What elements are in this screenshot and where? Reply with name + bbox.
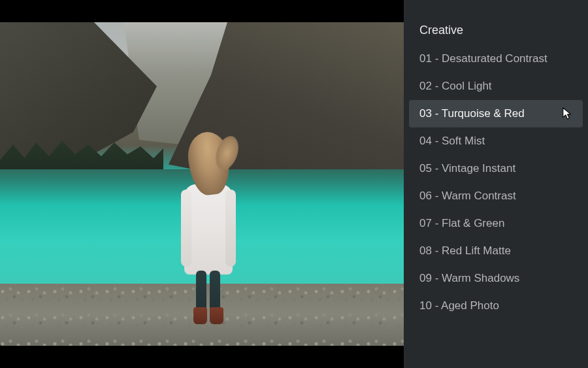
person-boots [193, 307, 223, 324]
preset-panel: Creative 01 - Desaturated Contrast 02 - … [404, 0, 588, 368]
preset-label: 03 - Turquoise & Red [419, 107, 525, 120]
preset-item-07[interactable]: 07 - Flat & Green [404, 210, 588, 237]
preset-item-09[interactable]: 09 - Warm Shadows [404, 265, 588, 292]
preset-label: 07 - Flat & Green [419, 217, 504, 229]
preset-item-10[interactable]: 10 - Aged Photo [404, 292, 588, 320]
preset-item-08[interactable]: 08 - Red Lift Matte [404, 237, 588, 265]
preset-item-03[interactable]: 03 - Turquoise & Red [409, 100, 583, 127]
preset-label: 08 - Red Lift Matte [419, 244, 511, 257]
panel-title: Creative [404, 24, 588, 45]
person-legs [196, 271, 221, 311]
preset-item-02[interactable]: 02 - Cool Light [404, 73, 588, 100]
preset-label: 06 - Warm Contrast [419, 190, 516, 202]
person-sweater [184, 184, 233, 275]
preset-item-01[interactable]: 01 - Desaturated Contrast [404, 45, 588, 73]
preset-label: 05 - Vintage Instant [419, 162, 515, 175]
photo-preview[interactable] [0, 22, 404, 346]
preset-label: 09 - Warm Shadows [419, 272, 519, 284]
preset-label: 02 - Cool Light [419, 80, 492, 92]
preset-label: 01 - Desaturated Contrast [419, 52, 547, 65]
preview-area [0, 0, 404, 368]
preset-item-05[interactable]: 05 - Vintage Instant [404, 155, 588, 182]
app-window: Creative 01 - Desaturated Contrast 02 - … [0, 0, 588, 368]
preset-item-06[interactable]: 06 - Warm Contrast [404, 182, 588, 210]
preset-item-04[interactable]: 04 - Soft Mist [404, 127, 588, 155]
preset-list: 01 - Desaturated Contrast 02 - Cool Ligh… [404, 45, 588, 320]
preset-label: 10 - Aged Photo [419, 299, 499, 312]
person-figure [184, 132, 233, 328]
preset-label: 04 - Soft Mist [419, 135, 485, 147]
cursor-icon [562, 107, 574, 121]
